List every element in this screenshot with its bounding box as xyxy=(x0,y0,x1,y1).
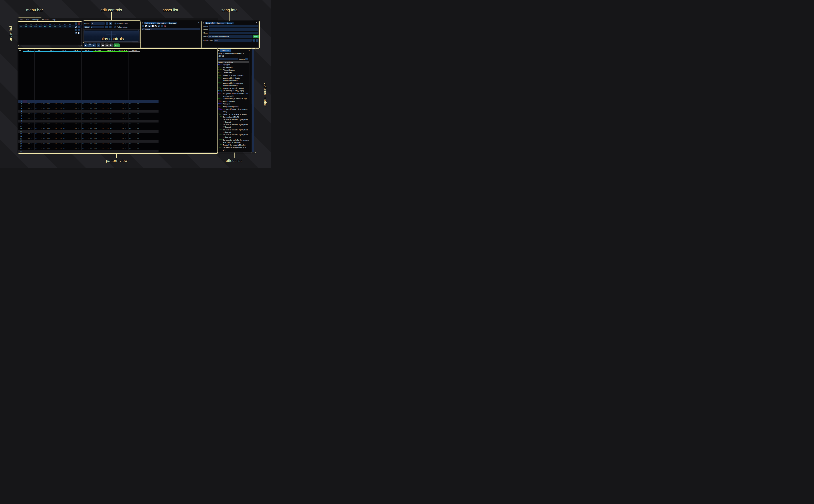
effect-row-00xy[interactable]: 00xyArpeggio xyxy=(218,64,249,66)
pattern-cell[interactable]: ··· ·· ·· ···· xyxy=(128,105,140,107)
effect-row-08xy[interactable]: 08xySet panning (x: left; y: right) xyxy=(218,90,249,92)
pattern-cell[interactable]: ··· ·· ·· ···· xyxy=(117,143,128,144)
pattern-cell[interactable]: ··· ·· ·· ···· xyxy=(105,123,117,124)
hamburger-icon[interactable]: ≡ xyxy=(245,58,248,60)
pattern-cell[interactable]: ··· ·· ·· ···· xyxy=(93,145,105,147)
move-up-button[interactable]: ∧ xyxy=(158,25,160,27)
pattern-cell[interactable]: ··· ·· ·· ···· xyxy=(117,135,128,137)
pattern-cell[interactable]: ··· ·· ·· ···· xyxy=(46,115,58,117)
pattern-cell[interactable]: ··· ·· ·· ···· xyxy=(23,100,34,102)
pattern-cell[interactable]: ··· ·· ·· ···· xyxy=(128,110,140,112)
pattern-cell[interactable]: ··· ·· ·· ···· xyxy=(58,100,70,102)
step-row-button[interactable]: ↓ xyxy=(97,43,100,47)
pattern-cell[interactable]: ··· ·· ·· ···· xyxy=(81,138,93,139)
effect-row-0Axy[interactable]: 0AxyVolume slide (0y: down; x0: up) xyxy=(218,97,249,100)
pattern-cell[interactable]: ··· ·· ·· ···· xyxy=(70,148,81,149)
order-cell[interactable]: 00 xyxy=(67,26,72,28)
system-input[interactable]: Sega Genesis/Mega Drive xyxy=(208,35,252,38)
pattern-cell[interactable]: ··· ·· ·· ···· xyxy=(117,115,128,117)
pattern-cell[interactable]: ··· ·· ·· ···· xyxy=(58,150,70,152)
effect-row-19xx[interactable]: 19xxSet attack of all operators (0 to 1F… xyxy=(218,147,249,151)
list-item-none[interactable]: - None - xyxy=(142,28,200,30)
pattern-view-window[interactable]: ++ FM 1FM 2FM 3FM 4FM 5FM 6Square 1Squar… xyxy=(18,49,217,153)
tuning-plus-button[interactable]: + xyxy=(256,39,258,42)
pattern-row-13[interactable]: 13··· ·· ·· ······· ·· ·· ······· ·· ·· … xyxy=(18,133,158,135)
pattern-cell[interactable]: ··· ·· ·· ···· xyxy=(105,108,117,109)
pattern-cell[interactable]: ··· ·· ·· ···· xyxy=(58,138,70,139)
duplicate-to-end-button[interactable]: ∨∨ xyxy=(78,29,80,31)
pattern-cell[interactable]: ··· ·· ·· ···· xyxy=(23,118,34,119)
pattern-cell[interactable]: ··· ·· ·· ···· xyxy=(117,108,128,109)
pattern-cell[interactable]: ··· ·· ·· ···· xyxy=(128,143,140,144)
pattern-cell[interactable]: ··· ·· ·· ···· xyxy=(105,125,117,127)
step-minus-button[interactable]: - xyxy=(105,26,108,28)
effect-row-04xy[interactable]: 04xyVibrato (x: speed; y: depth) xyxy=(218,74,249,77)
pattern-cell[interactable]: ··· ·· ·· ···· xyxy=(81,100,93,102)
effect-row-15xx[interactable]: 15xxSet level of operator 4 (0 highest, … xyxy=(218,134,249,139)
pattern-cell[interactable]: ··· ·· ·· ···· xyxy=(34,135,46,137)
pattern-cell[interactable]: ··· ·· ·· ···· xyxy=(128,100,140,102)
pattern-cell[interactable]: ··· ·· ·· ···· xyxy=(23,148,34,149)
pattern-cell[interactable]: ··· ·· ·· ···· xyxy=(34,130,46,132)
pattern-cell[interactable]: ··· ·· ·· ···· xyxy=(93,143,105,144)
pattern-cell[interactable]: ··· ·· ·· ···· xyxy=(23,138,34,139)
pattern-cell[interactable]: ··· ·· ·· ···· xyxy=(70,110,81,112)
pattern-cell[interactable]: ··· ·· ·· ···· xyxy=(70,120,81,122)
pattern-cell[interactable]: ··· ·· ·· ···· xyxy=(81,108,93,109)
pattern-cell[interactable]: ··· ·· ·· ···· xyxy=(117,138,128,139)
pattern-cell[interactable]: ··· ·· ·· ···· xyxy=(23,113,34,114)
pattern-cell[interactable]: ··· ·· ·· ···· xyxy=(93,108,105,109)
pattern-cell[interactable]: ··· ·· ·· ···· xyxy=(46,118,58,119)
pattern-cell[interactable]: ··· ·· ·· ···· xyxy=(34,143,46,144)
pattern-cell[interactable]: ··· ·· ·· ···· xyxy=(117,130,128,132)
name-input[interactable] xyxy=(209,25,258,27)
pattern-cell[interactable]: ··· ·· ·· ···· xyxy=(34,140,46,142)
pattern-cell[interactable]: ··· ·· ·· ···· xyxy=(93,130,105,132)
pattern-cell[interactable]: ··· ·· ·· ···· xyxy=(58,140,70,142)
pattern-cell[interactable]: ··· ·· ·· ···· xyxy=(23,140,34,142)
pattern-cell[interactable]: ··· ·· ·· ···· xyxy=(70,123,81,124)
pattern-cell[interactable]: ··· ·· ·· ···· xyxy=(93,120,105,122)
window-menu-icon[interactable] xyxy=(141,22,143,24)
remove-button[interactable]: − xyxy=(78,22,80,25)
pattern-cell[interactable]: ··· ·· ·· ···· xyxy=(93,133,105,134)
order-cell[interactable]: 00 xyxy=(48,26,53,28)
pattern-cell[interactable]: ··· ·· ·· ···· xyxy=(58,125,70,127)
effect-row-06xy[interactable]: 06xyVolume slide + portamento (compatibi… xyxy=(218,82,249,87)
pattern-row-8[interactable]: 8··· ·· ·· ······· ·· ·· ······· ·· ·· ·… xyxy=(18,120,158,123)
pattern-cell[interactable]: ··· ·· ·· ···· xyxy=(93,100,105,102)
effect-row-1Axx[interactable]: 1AxxSet attack of operator 1 (0 to 1F) xyxy=(218,152,249,152)
pattern-cell[interactable]: ··· ·· ·· ···· xyxy=(58,120,70,122)
repeat-pattern-button[interactable]: ↻ xyxy=(109,43,113,47)
octave-minus-button[interactable]: - xyxy=(106,22,108,25)
pattern-cell[interactable]: ··· ·· ·· ···· xyxy=(23,145,34,147)
step-plus-button[interactable]: + xyxy=(109,26,111,28)
effect-row-02xx[interactable]: 02xxPitch slide down xyxy=(218,69,249,71)
tuning-input[interactable]: 440 xyxy=(214,39,252,42)
pattern-cell[interactable]: ··· ·· ·· ···· xyxy=(23,103,34,104)
pattern-cell[interactable]: ··· ·· ·· ···· xyxy=(46,135,58,137)
pattern-cell[interactable]: ··· ·· ·· ···· xyxy=(34,108,46,109)
pattern-cell[interactable]: ··· ·· ·· ···· xyxy=(81,110,93,112)
pattern-cell[interactable]: ··· ·· ·· ···· xyxy=(34,128,46,130)
pattern-row-10[interactable]: 10··· ·· ·· ······· ·· ·· ······· ·· ·· … xyxy=(18,125,158,128)
pattern-cell[interactable]: ··· ·· ·· ···· xyxy=(34,120,46,122)
pattern-cell[interactable]: ··· ·· ·· ···· xyxy=(34,115,46,117)
toggle-folders-button[interactable] xyxy=(154,25,157,27)
pattern-row-7[interactable]: 7··· ·· ·· ······· ·· ·· ······· ·· ·· ·… xyxy=(18,118,158,120)
tab-subsongs[interactable]: Subsongs xyxy=(215,22,226,24)
pattern-cell[interactable]: ··· ·· ·· ···· xyxy=(58,103,70,104)
pattern-cell[interactable]: ··· ·· ·· ···· xyxy=(70,145,81,147)
add-button[interactable]: + xyxy=(75,22,77,25)
pattern-cell[interactable]: ··· ·· ·· ···· xyxy=(46,148,58,149)
pattern-cell[interactable]: ··· ·· ·· ···· xyxy=(46,105,58,107)
pattern-cell[interactable]: ··· ·· ·· ···· xyxy=(23,150,34,152)
pattern-cell[interactable]: ··· ·· ·· ···· xyxy=(105,100,117,102)
pattern-cell[interactable]: ··· ·· ·· ···· xyxy=(70,100,81,102)
auto-system-button[interactable]: Auto xyxy=(253,35,259,38)
pattern-cell[interactable]: ··· ·· ·· ···· xyxy=(117,110,128,112)
pattern-cell[interactable]: ··· ·· ·· ···· xyxy=(81,133,93,134)
pattern-cell[interactable]: ··· ·· ·· ···· xyxy=(34,113,46,114)
pattern-row-0[interactable]: 0··· ·· ·· ······· ·· ·· ······· ·· ·· ·… xyxy=(18,100,158,103)
open-button[interactable] xyxy=(148,25,151,27)
